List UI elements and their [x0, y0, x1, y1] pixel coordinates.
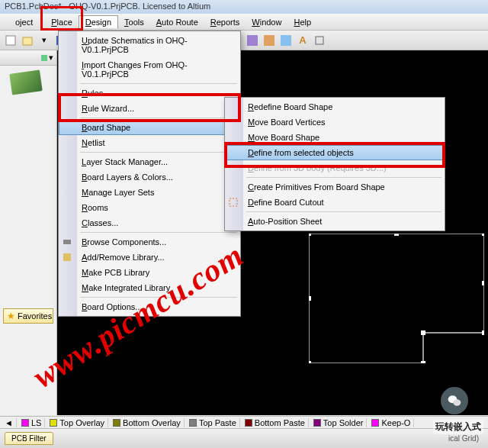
- layer-swatch-icon: [21, 419, 29, 427]
- design-item-3[interactable]: Rule Wizard...: [59, 101, 240, 116]
- design-item-4[interactable]: Board Shape▸: [59, 120, 240, 135]
- tool-btn-3[interactable]: ▾: [37, 33, 52, 48]
- lib-icon: [62, 252, 74, 264]
- svg-rect-1: [23, 37, 32, 45]
- svg-rect-10: [281, 35, 291, 46]
- boardshape-item-7[interactable]: Auto-Position Sheet: [225, 214, 445, 229]
- design-item-6[interactable]: Layer Stack Manager...: [59, 154, 240, 169]
- menubar: oject Place Design Tools Auto Route Repo…: [0, 14, 488, 31]
- tool-btn-1[interactable]: [3, 33, 18, 48]
- menu-reports[interactable]: Reports: [204, 16, 246, 28]
- menu-autoroute[interactable]: Auto Route: [150, 16, 204, 28]
- pcb-thumbnail[interactable]: [9, 69, 43, 95]
- tool-btn-g2[interactable]: [245, 33, 260, 48]
- boardshape-item-1[interactable]: Move Board Vertices: [225, 114, 445, 130]
- menu-place[interactable]: Place: [45, 16, 79, 28]
- design-item-7[interactable]: Board Layers & Colors...L: [59, 169, 240, 185]
- design-item-15[interactable]: Board Options...: [59, 299, 240, 314]
- menu-help[interactable]: Help: [287, 16, 317, 28]
- design-item-0[interactable]: Update Schematics in OHQ-V0.1.PrjPCB: [59, 33, 240, 57]
- svg-rect-8: [247, 35, 258, 46]
- design-item-11[interactable]: Browse Components...: [59, 234, 240, 250]
- menu-project[interactable]: oject: [3, 16, 45, 28]
- boardshape-item-4: Define from 3D body (Requires 3D...): [225, 160, 445, 176]
- boardshape-item-6[interactable]: Define Board Cutout: [225, 195, 445, 210]
- layer-tab-6[interactable]: Keep-O: [368, 418, 414, 427]
- design-item-8[interactable]: Manage Layer Sets▸: [59, 185, 240, 200]
- svg-rect-21: [63, 240, 71, 244]
- layer-swatch-icon: [245, 419, 252, 427]
- star-icon: ★: [7, 311, 15, 321]
- layer-tab-4[interactable]: Bottom Paste: [242, 418, 309, 427]
- panel-toolbar: ▾: [0, 50, 56, 66]
- layer-swatch-icon: [189, 419, 197, 427]
- layer-swatch-icon: [371, 419, 379, 427]
- design-item-9[interactable]: Rooms▸: [59, 200, 240, 215]
- svg-rect-19: [309, 361, 311, 363]
- design-item-5[interactable]: Netlist▸: [59, 135, 240, 150]
- svg-rect-11: [316, 37, 323, 44]
- favorites-tab[interactable]: ★ Favorites: [3, 308, 53, 324]
- svg-rect-14: [482, 234, 484, 236]
- svg-rect-22: [63, 253, 71, 261]
- status-bar: PCB Filter ical Grid): [0, 428, 488, 448]
- svg-rect-18: [421, 361, 425, 363]
- svg-rect-15: [482, 281, 484, 285]
- board-shape-outline: [309, 234, 484, 363]
- cut-icon: [228, 197, 240, 209]
- boardshape-item-3[interactable]: Define from selected objects: [225, 145, 445, 160]
- svg-rect-12: [309, 234, 311, 236]
- menu-design[interactable]: Design: [79, 15, 118, 28]
- layer-tabs: ◄ LSTop OverlayBottom OverlayTop PasteBo…: [0, 416, 488, 428]
- svg-rect-0: [6, 36, 15, 45]
- layer-arrow-left[interactable]: ◄: [2, 418, 17, 427]
- design-item-14[interactable]: Make Integrated Library: [59, 280, 240, 295]
- menu-tools[interactable]: Tools: [118, 16, 150, 28]
- svg-rect-13: [394, 234, 399, 236]
- tool-btn-g4[interactable]: [278, 33, 294, 48]
- design-menu-dropdown: Update Schematics in OHQ-V0.1.PrjPCBImpo…: [58, 31, 241, 317]
- boardshape-item-0[interactable]: Redefine Board Shape: [225, 99, 445, 114]
- layer-tab-1[interactable]: Top Overlay: [47, 418, 108, 427]
- board-shape-submenu: Redefine Board ShapeMove Board VerticesM…: [224, 97, 445, 231]
- layer-tab-5[interactable]: Top Solder: [310, 418, 368, 427]
- left-panel: ▾ ★ Favorites: [0, 50, 57, 415]
- svg-rect-9: [264, 35, 274, 46]
- design-item-10[interactable]: Classes...: [59, 215, 240, 230]
- tool-btn-2[interactable]: [20, 33, 35, 48]
- tool-btn-last[interactable]: [312, 33, 327, 48]
- layer-tab-3[interactable]: Top Paste: [186, 418, 240, 427]
- layer-tab-2[interactable]: Bottom Overlay: [110, 418, 185, 427]
- pcb-filter-tab[interactable]: PCB Filter: [5, 432, 53, 445]
- svg-point-25: [453, 399, 461, 405]
- svg-rect-16: [482, 330, 484, 335]
- svg-rect-20: [309, 296, 311, 301]
- panel-close-icon[interactable]: ▾: [49, 53, 53, 63]
- layer-swatch-icon: [50, 419, 57, 427]
- window-titlebar: PCB1.PcbDoc* - OHQ-V0.1.PrjPCB. Licensed…: [0, 0, 488, 14]
- design-item-13[interactable]: Make PCB Library: [59, 265, 240, 280]
- layer-swatch-icon: [113, 419, 120, 427]
- boardshape-item-2[interactable]: Move Board Shape: [225, 130, 445, 145]
- grid-status: ical Grid): [444, 433, 483, 444]
- design-item-1[interactable]: Import Changes From OHQ-V0.1.PrjPCB: [59, 57, 240, 82]
- wechat-icon: [441, 387, 468, 414]
- window-title: PCB1.PcbDoc* - OHQ-V0.1.PrjPCB. Licensed…: [5, 2, 210, 11]
- favorites-label: Favorites: [18, 311, 52, 321]
- layer-tab-0[interactable]: LS: [18, 418, 45, 427]
- design-item-2[interactable]: Rules...: [59, 85, 240, 101]
- panel-dot-icon[interactable]: [41, 55, 47, 61]
- layer-swatch-icon: [313, 419, 321, 427]
- bottom-bars: ◄ LSTop OverlayBottom OverlayTop PasteBo…: [0, 416, 488, 448]
- wechat-label: 玩转嵌入式: [433, 420, 483, 434]
- text-tool-icon[interactable]: A: [295, 33, 310, 48]
- svg-rect-23: [230, 198, 237, 206]
- comp-icon: [62, 237, 74, 249]
- boardshape-item-5[interactable]: Create Primitives From Board Shape: [225, 179, 445, 195]
- svg-rect-17: [421, 330, 425, 335]
- menu-window[interactable]: Window: [246, 16, 287, 28]
- tool-btn-g3[interactable]: [262, 33, 277, 48]
- design-item-12[interactable]: Add/Remove Library...: [59, 250, 240, 265]
